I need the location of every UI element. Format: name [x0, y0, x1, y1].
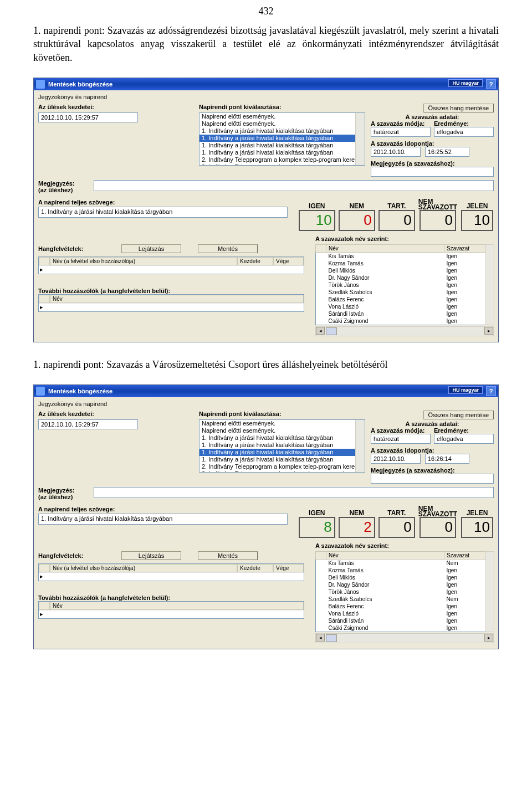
- scroll-left-icon[interactable]: ◂: [316, 634, 325, 642]
- session-note-input[interactable]: [94, 487, 494, 498]
- vote-date-input[interactable]: 2012.10.10.: [371, 454, 421, 464]
- more-speakers-label: További hozzászólók (a hangfelvételen be…: [38, 594, 304, 601]
- rec-start-header: Kezdete: [237, 257, 273, 265]
- help-button[interactable]: ?: [486, 386, 496, 396]
- agenda-item[interactable]: 1. Indítvány a járási hivatal kialakítás…: [200, 127, 365, 135]
- agenda-item[interactable]: 1. Indítvány a járási hivatal kialakítás…: [200, 456, 365, 463]
- agenda-item[interactable]: 2. Indítvány Telepprogram a komplex tele…: [200, 156, 365, 163]
- voters-table-wrapper: NévSzavazat Kis TamásIgenKozma TamásIgen…: [315, 244, 494, 325]
- voter-row: Török JánosIgen: [316, 588, 494, 596]
- scroll-thumb[interactable]: [326, 634, 337, 642]
- voter-row: Kozma TamásIgen: [316, 567, 494, 574]
- fulltext-label: A napirend teljes szövege:: [38, 506, 288, 512]
- voter-row: Sárándi IstvánIgen: [316, 617, 494, 624]
- vote-mode-label: A szavazás módja:: [371, 120, 431, 127]
- recordings-table[interactable]: Név (a felvétel elso hozzászólója) Kezde…: [38, 563, 304, 581]
- window-title: Mentések böngészése: [48, 388, 112, 394]
- agenda-item[interactable]: 1. Indítvány a járási hivatal kialakítás…: [200, 434, 365, 442]
- voter-row: Deli MiklósIgen: [316, 574, 494, 581]
- language-indicator[interactable]: HU magyar: [448, 386, 483, 394]
- session-note-input[interactable]: [94, 180, 494, 191]
- save-button[interactable]: Mentés: [198, 244, 258, 253]
- voter-row: Vona LászlóIgen: [316, 303, 494, 310]
- agenda-item[interactable]: Napirend előtti események.: [200, 120, 365, 127]
- scroll-left-icon[interactable]: ◂: [316, 327, 325, 335]
- vote-mode-input[interactable]: határozat: [371, 127, 431, 137]
- voter-row: Deli MiklósIgen: [316, 267, 494, 274]
- tart-header: TART.: [387, 202, 406, 210]
- tart-count: 0: [378, 517, 415, 538]
- session-note-label-2: (az üléshez): [38, 187, 94, 193]
- language-indicator[interactable]: HU magyar: [448, 79, 483, 87]
- scroll-right-icon[interactable]: ▸: [484, 634, 493, 642]
- save-all-button[interactable]: Összes hang mentése: [423, 104, 494, 112]
- vote-date-input[interactable]: 2012.10.10.: [371, 147, 421, 157]
- agenda-item[interactable]: 1. Indítvány a járási hivatal kialakítás…: [200, 442, 365, 449]
- agenda-item[interactable]: Napirend előtti események.: [200, 420, 365, 427]
- voters-scrollbar-h[interactable]: ◂ ▸: [315, 326, 494, 336]
- nem-header: NEM: [349, 509, 364, 517]
- agenda-item[interactable]: 1. Indítvány a járási hivatal kialakítás…: [200, 449, 365, 456]
- audio-label: Hangfelvételek:: [38, 245, 121, 252]
- agenda-listbox[interactable]: Napirend előtti események.Napirend előtt…: [199, 112, 365, 166]
- row-marker-icon: ▸: [39, 304, 44, 311]
- help-button[interactable]: ?: [486, 79, 496, 89]
- voter-row: Vona LászlóIgen: [316, 610, 494, 617]
- agenda-listbox[interactable]: Napirend előtti események.Napirend előtt…: [199, 419, 365, 473]
- voter-row: Sárándi IstvánIgen: [316, 310, 494, 317]
- voters-table[interactable]: NévSzavazat Kis TamásIgenKozma TamásIgen…: [315, 244, 494, 325]
- jelen-header: JELEN: [467, 509, 488, 517]
- audio-label: Hangfelvételek:: [38, 552, 121, 559]
- vote-note-input[interactable]: [371, 474, 494, 484]
- save-button[interactable]: Mentés: [198, 551, 258, 560]
- nemszavazott-header: NEMSZAVAZOTT: [418, 199, 457, 210]
- nem-count: 2: [339, 517, 375, 538]
- save-all-button[interactable]: Összes hang mentése: [423, 411, 494, 419]
- agenda-item[interactable]: 2. Indítvány Telepprogram a komplex tele…: [200, 463, 365, 470]
- agenda-item[interactable]: 2. Indítvány Telepprogram a komplex tele…: [200, 470, 365, 473]
- agenda-item[interactable]: 2. Indítvány Telepprogram a komplex tele…: [200, 163, 365, 166]
- voters-scrollbar-h[interactable]: ◂ ▸: [315, 633, 494, 643]
- play-button[interactable]: Lejátszás: [121, 244, 181, 253]
- session-datetime-input[interactable]: 2012.10.10. 15:29:57: [38, 419, 138, 429]
- speakers-table[interactable]: Név ▸: [38, 294, 304, 312]
- agenda-item[interactable]: 1. Indítvány a járási hivatal kialakítás…: [200, 135, 365, 142]
- vote-result-input[interactable]: elfogadva: [434, 434, 494, 444]
- scroll-thumb[interactable]: [326, 327, 337, 335]
- nemszavazott-count: 0: [420, 517, 456, 538]
- fulltext-input[interactable]: 1. Indítvány a járási hivatal kialakítás…: [38, 207, 288, 218]
- agenda-item[interactable]: 1. Indítvány a járási hivatal kialakítás…: [200, 142, 365, 149]
- speakers-table[interactable]: Név ▸: [38, 601, 304, 619]
- vote-mode-input[interactable]: határozat: [371, 434, 431, 444]
- rec-name-header: Név (a felvétel elso hozzászólója): [50, 564, 237, 572]
- vote-note-label: Megjegyzés (a szavazáshoz):: [371, 160, 494, 167]
- scroll-right-icon[interactable]: ▸: [484, 327, 493, 335]
- listbox-scrollbar[interactable]: [355, 113, 365, 165]
- jelen-header: JELEN: [467, 202, 488, 210]
- subtitle: Jegyzokönyv és napirend: [38, 94, 494, 100]
- voters-scrollbar-v[interactable]: [485, 244, 494, 325]
- jelen-count: 10: [461, 517, 493, 538]
- listbox-scrollbar[interactable]: [355, 420, 365, 472]
- agenda-item[interactable]: Napirend előtti események.: [200, 427, 365, 434]
- votes-by-name-label: A szavazatok név szerint:: [315, 235, 494, 242]
- fulltext-input[interactable]: 1. Indítvány a járási hivatal kialakítás…: [38, 514, 288, 525]
- vote-time-input[interactable]: 16:26:14: [425, 454, 469, 464]
- vote-time-label: A szavazás idopontja:: [371, 447, 494, 454]
- igen-header: IGEN: [309, 509, 325, 517]
- recordings-table[interactable]: Név (a felvétel elso hozzászólója) Kezde…: [38, 257, 304, 274]
- voter-row: Dr. Nagy SándorIgen: [316, 581, 494, 588]
- vote-result-input[interactable]: elfogadva: [434, 127, 494, 137]
- play-button[interactable]: Lejátszás: [121, 551, 181, 560]
- session-note-label-1: Megjegyzés:: [38, 487, 94, 494]
- agenda-item[interactable]: 1. Indítvány a járási hivatal kialakítás…: [200, 149, 365, 156]
- vote-time-input[interactable]: 16:25:52: [425, 147, 469, 157]
- agenda-item[interactable]: Napirend előtti események.: [200, 113, 365, 120]
- voters-table[interactable]: NévSzavazat Kis TamásNemKozma TamásIgenD…: [315, 551, 494, 632]
- voter-row: Kis TamásNem: [316, 560, 494, 567]
- voters-scrollbar-v[interactable]: [485, 551, 494, 632]
- vote-note-input[interactable]: [371, 167, 494, 177]
- window-titlebar: Mentések böngészése HU magyar ?: [34, 385, 498, 397]
- session-datetime-input[interactable]: 2012.10.10. 15:29:57: [38, 112, 138, 122]
- row-marker-icon: ▸: [39, 573, 44, 580]
